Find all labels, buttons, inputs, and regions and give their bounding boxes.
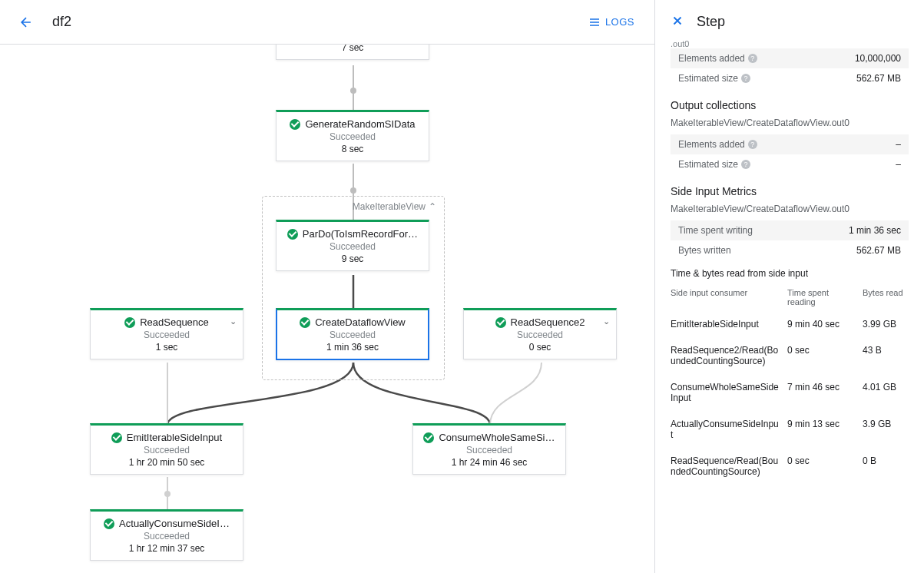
node-time: 1 hr 12 min 37 sec xyxy=(100,543,233,554)
node-pardo-toismrecord[interactable]: ParDo(ToIsmRecordFor… Succeeded 9 sec xyxy=(276,220,429,271)
output-collections-title: Output collections xyxy=(671,99,909,111)
group-label[interactable]: MakeIterableView ⌃ xyxy=(353,201,436,212)
node-status: Succeeded xyxy=(286,131,419,142)
check-icon xyxy=(104,518,114,529)
node-time: 1 hr 20 min 50 sec xyxy=(100,457,233,468)
node-consume-whole-same-si[interactable]: ConsumeWholeSameSi… Succeeded 1 hr 24 mi… xyxy=(412,423,566,475)
node-status: Succeeded xyxy=(100,330,233,340)
kv-row: Bytes written 562.67 MB xyxy=(671,240,909,260)
close-icon xyxy=(671,14,684,28)
kv-row: Time spent writing 1 min 36 sec xyxy=(671,220,909,240)
out0-label: .out0 xyxy=(671,39,909,48)
check-icon xyxy=(111,432,122,443)
graph-canvas[interactable]: Succeeded 7 sec GenerateRandomSIData Suc… xyxy=(0,45,654,573)
node-status: Succeeded xyxy=(286,241,419,252)
node-status: Succeeded xyxy=(473,330,607,340)
read-table-title: Time & bytes read from side input xyxy=(671,268,909,279)
kv-row: Estimated size? – xyxy=(671,154,909,174)
logs-icon xyxy=(588,16,601,28)
node-status: Succeeded xyxy=(100,531,233,542)
table-header: Side input consumer Time spent reading B… xyxy=(671,283,909,311)
node-emit-iterable-side-input[interactable]: EmitIterableSideInput Succeeded 1 hr 20 … xyxy=(90,423,243,475)
check-icon xyxy=(300,317,310,328)
node-time: 1 hr 24 min 46 sec xyxy=(422,457,556,468)
node-read-sequence[interactable]: ⌄ ReadSequence Succeeded 1 sec xyxy=(90,308,243,359)
logs-label: LOGS xyxy=(605,16,634,28)
node-time: 1 min 36 sec xyxy=(286,342,419,353)
node-read-sequence-2[interactable]: ⌄ ReadSequence2 Succeeded 0 sec xyxy=(463,308,617,359)
page-title: df2 xyxy=(52,14,71,30)
table-row: ConsumeWholeSameSideInput 7 min 46 sec 4… xyxy=(671,374,909,411)
side-input-metrics-title: Side Input Metrics xyxy=(671,185,909,197)
node-create-dataflow-view[interactable]: CreateDataflowView Succeeded 1 min 36 se… xyxy=(276,308,429,360)
chevron-up-icon: ⌃ xyxy=(429,201,436,212)
help-icon[interactable]: ? xyxy=(741,160,750,169)
check-icon xyxy=(290,119,300,130)
node-time: 1 sec xyxy=(100,342,233,353)
table-row: ActuallyConsumeSideInput 9 min 13 sec 3.… xyxy=(671,411,909,448)
close-button[interactable] xyxy=(671,14,684,30)
svg-point-1 xyxy=(350,187,356,194)
step-details-panel: Step .out0 Elements added? 10,000,000 Es… xyxy=(655,0,924,573)
chevron-down-icon[interactable]: ⌄ xyxy=(230,316,237,326)
logs-button[interactable]: LOGS xyxy=(581,12,642,33)
kv-row: Elements added? 10,000,000 xyxy=(671,48,909,68)
svg-point-2 xyxy=(164,491,171,497)
side-input-name: MakeIterableView/CreateDataflowView.out0 xyxy=(671,204,909,214)
kv-row: Elements added? – xyxy=(671,134,909,154)
check-icon xyxy=(423,432,434,443)
table-row: ReadSequence/Read(BoundedCountingSource)… xyxy=(671,448,909,485)
svg-point-0 xyxy=(350,88,356,94)
sidebar-title: Step xyxy=(697,14,725,30)
output-collection-name: MakeIterableView/CreateDataflowView.out0 xyxy=(671,118,909,128)
back-arrow-icon xyxy=(18,15,34,30)
topbar: df2 LOGS xyxy=(0,0,654,45)
check-icon xyxy=(495,317,506,328)
chevron-down-icon[interactable]: ⌄ xyxy=(603,316,610,326)
help-icon[interactable]: ? xyxy=(741,74,750,83)
back-button[interactable] xyxy=(12,8,40,36)
table-row: EmitIterableSideInput 9 min 40 sec 3.99 … xyxy=(671,311,909,337)
check-icon xyxy=(287,229,298,240)
node-time: 8 sec xyxy=(286,144,419,154)
node-status: Succeeded xyxy=(422,445,556,455)
help-icon[interactable]: ? xyxy=(748,140,757,149)
node-time: 9 sec xyxy=(286,253,419,264)
node-actually-consume-side-input[interactable]: ActuallyConsumeSideI… Succeeded 1 hr 12 … xyxy=(90,509,243,561)
help-icon[interactable]: ? xyxy=(748,54,757,63)
node-partial-top[interactable]: Succeeded 7 sec xyxy=(276,45,429,60)
table-row: ReadSequence2/Read(BoundedCountingSource… xyxy=(671,337,909,374)
node-status: Succeeded xyxy=(286,330,419,340)
kv-row: Estimated size? 562.67 MB xyxy=(671,68,909,88)
node-generate-random-si-data[interactable]: GenerateRandomSIData Succeeded 8 sec xyxy=(276,110,429,161)
node-time: 7 sec xyxy=(286,45,419,53)
check-icon xyxy=(124,317,135,328)
node-status: Succeeded xyxy=(100,445,233,455)
node-time: 0 sec xyxy=(473,342,607,353)
